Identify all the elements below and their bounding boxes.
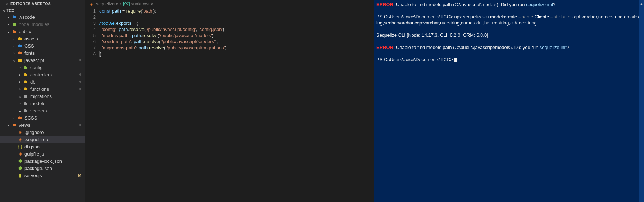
- line-gutter: 12345678: [85, 8, 99, 57]
- chevron-right-icon: ›: [17, 101, 22, 106]
- editor-pane: ◈ .sequelizerc › [⦿] <unknown> 12345678 …: [85, 0, 374, 202]
- terminal-scrollbar[interactable]: ▲: [639, 0, 644, 202]
- tree-file[interactable]: ·◈.sequelizerc: [0, 136, 85, 143]
- chevron-right-icon: ·: [12, 152, 17, 156]
- project-name: TCC: [6, 8, 14, 13]
- terminal-line: PS C:\Users\Joice\Documents\TCC> npx seq…: [376, 14, 642, 26]
- folder-icon: 🖿: [12, 22, 17, 27]
- chevron-down-icon: ⌄: [17, 94, 22, 99]
- breadcrumb-file[interactable]: .sequelizerc: [95, 1, 118, 6]
- tree-folder[interactable]: ›🖿functions: [0, 85, 85, 93]
- chevron-right-icon: ›: [17, 65, 22, 69]
- tree-folder[interactable]: ⌄🖿seeders: [0, 107, 85, 114]
- file-icon: ⬢: [17, 166, 23, 171]
- chevron-right-icon: ›: [12, 116, 17, 120]
- modified-dot-icon: [79, 73, 81, 76]
- chevron-right-icon: ›: [120, 1, 121, 6]
- tree-folder[interactable]: ›🖿fonts: [0, 49, 85, 57]
- tree-item-label: .gitignore: [24, 130, 44, 135]
- tree-folder[interactable]: ›🖿assets: [0, 35, 85, 42]
- tree-folder[interactable]: ⌄🖿migrations: [0, 93, 85, 100]
- terminal-line: ERROR: Unable to find models path (C:\pu…: [376, 44, 642, 50]
- tree-item-label: models: [30, 101, 45, 106]
- tree-folder[interactable]: ›🖿models: [0, 100, 85, 107]
- tree-folder[interactable]: ›🖿node_modules: [0, 21, 85, 28]
- breadcrumb[interactable]: ◈ .sequelizerc › [⦿] <unknown>: [85, 0, 374, 8]
- tree-folder[interactable]: ›🖿.vscode: [0, 13, 85, 21]
- tree-item-label: db.json: [24, 144, 40, 149]
- tree-folder[interactable]: ⌄🖿javascript: [0, 57, 85, 64]
- chevron-down-icon: ⌄: [17, 108, 22, 113]
- tree-item-label: public: [19, 29, 31, 34]
- tree-folder[interactable]: ›🖿db: [0, 78, 85, 85]
- folder-icon: 🖿: [17, 36, 23, 41]
- chevron-right-icon: ›: [12, 51, 17, 55]
- tree-folder[interactable]: ›🖿CSS: [0, 42, 85, 49]
- tree-item-label: controllers: [30, 72, 52, 77]
- terminal-line: [376, 26, 642, 32]
- tree-folder[interactable]: ›🖿SCSS: [0, 114, 85, 121]
- chevron-right-icon: ›: [12, 44, 17, 48]
- tree-item-label: server.js: [24, 173, 42, 178]
- file-icon: ▮: [17, 173, 23, 178]
- file-icon: ◈: [17, 151, 23, 156]
- tree-folder[interactable]: ⌄🖿public: [0, 28, 85, 35]
- file-icon: ⬢: [17, 158, 23, 163]
- tree-file[interactable]: ·▮server.jsM: [0, 172, 85, 179]
- file-icon: ◈: [90, 1, 93, 6]
- chevron-right-icon: ·: [12, 159, 17, 163]
- file-icon: ◈: [17, 130, 23, 135]
- file-icon: { }: [17, 144, 23, 149]
- code-content[interactable]: const path = require('path');module.expo…: [99, 8, 226, 57]
- chevron-right-icon: ·: [12, 173, 17, 178]
- terminal-line: ERROR: Unable to find models path (C:\ja…: [376, 1, 642, 8]
- chevron-right-icon: ·: [12, 130, 17, 134]
- chevron-right-icon: ›: [17, 72, 22, 77]
- open-editors-header[interactable]: › Editores Abertos: [0, 0, 85, 7]
- terminal-line: PS C:\Users\Joice\Documents\TCC>: [376, 57, 642, 63]
- chevron-right-icon: ›: [12, 36, 17, 41]
- scroll-up-icon[interactable]: ▲: [640, 1, 643, 7]
- git-status-badge: M: [78, 173, 81, 178]
- open-editors-label: Editores Abertos: [10, 1, 51, 6]
- modified-dot-icon: [79, 81, 81, 83]
- tree-item-label: CSS: [24, 43, 34, 49]
- tree-folder[interactable]: ›🖿config: [0, 64, 85, 71]
- tree-item-label: package.json: [24, 166, 52, 171]
- tree-file[interactable]: ·⬢package.json: [0, 165, 85, 172]
- chevron-right-icon: ›: [17, 80, 22, 84]
- folder-icon: 🖿: [17, 50, 23, 55]
- file-icon: ◈: [17, 137, 23, 142]
- chevron-down-icon: ⌄: [6, 29, 11, 34]
- tree-item-label: SCSS: [24, 115, 37, 121]
- symbol-icon: [⦿]: [123, 1, 130, 6]
- tree-item-label: javascript: [24, 58, 44, 63]
- tree-item-label: .vscode: [19, 14, 35, 20]
- tree-item-label: .sequelizerc: [24, 137, 49, 142]
- tree-file[interactable]: ·{ }db.json: [0, 143, 85, 150]
- tree-item-label: config: [30, 65, 43, 70]
- folder-icon: 🖿: [12, 14, 17, 19]
- tree-item-label: views: [19, 122, 31, 128]
- chevron-down-icon: ⌄: [1, 8, 6, 13]
- chevron-down-icon: ⌄: [12, 58, 17, 63]
- breadcrumb-symbol[interactable]: <unknown>: [131, 1, 153, 6]
- tree-folder[interactable]: ›🖿views: [0, 121, 85, 129]
- chevron-right-icon: ·: [12, 166, 17, 170]
- file-tree: ›🖿.vscode›🖿node_modules⌄🖿public›🖿assets›…: [0, 13, 85, 179]
- terminal-panel[interactable]: ERROR: Unable to find models path (C:\ja…: [374, 0, 644, 202]
- chevron-right-icon: ›: [6, 15, 11, 19]
- tree-file[interactable]: ·◈.gitignore: [0, 129, 85, 136]
- project-root[interactable]: ⌄ TCC: [0, 7, 85, 13]
- chevron-right-icon: ›: [6, 1, 8, 6]
- tree-file[interactable]: ·⬢package-lock.json: [0, 157, 85, 165]
- explorer-sidebar: › Editores Abertos ⌄ TCC ›🖿.vscode›🖿node…: [0, 0, 85, 202]
- code-editor[interactable]: 12345678 const path = require('path');mo…: [85, 8, 374, 57]
- modified-dot-icon: [79, 124, 81, 126]
- tree-folder[interactable]: ›🖿controllers: [0, 71, 85, 78]
- tree-item-label: assets: [24, 36, 38, 41]
- tree-item-label: package-lock.json: [24, 158, 62, 164]
- folder-icon: 🖿: [23, 101, 29, 106]
- folder-icon: 🖿: [23, 72, 29, 77]
- tree-file[interactable]: ·◈gulpfile.js: [0, 150, 85, 157]
